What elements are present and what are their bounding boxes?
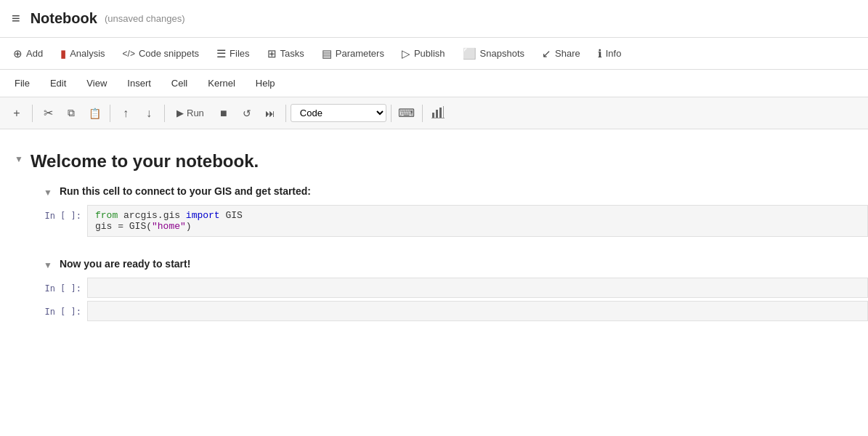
code-plain-3: gis = GIS( — [95, 221, 152, 232]
top-bar: ≡ Notebook (unsaved changes) — [0, 0, 868, 38]
code-cell-3: In [ ]: — [29, 301, 868, 321]
add-icon: ⊕ — [13, 47, 23, 60]
string-home: "home" — [152, 221, 186, 232]
move-up-button[interactable]: ↑ — [115, 102, 137, 124]
code-line-1: from arcgis.gis import GIS — [95, 210, 860, 221]
code-snippets-icon: </> — [123, 49, 135, 59]
tasks-label: Tasks — [280, 48, 304, 59]
menu-kernel[interactable]: Kernel — [199, 75, 244, 92]
code-plain-4: ) — [186, 221, 192, 232]
add-button[interactable]: ⊕ Add — [6, 44, 50, 64]
code-plain-1: arcgis.gis — [123, 210, 186, 221]
cell-2-body[interactable] — [87, 278, 868, 298]
analysis-icon: ▮ — [60, 47, 66, 60]
keyboard-icon: ⌨ — [398, 106, 415, 120]
toolbar-separator-3 — [164, 105, 165, 122]
tasks-button[interactable]: ⊞ Tasks — [260, 44, 312, 64]
analysis-label: Analysis — [70, 48, 105, 59]
code-cell-2: In [ ]: — [29, 278, 868, 298]
toolbar-separator-5 — [391, 105, 392, 122]
info-label: Info — [606, 48, 622, 59]
svg-rect-0 — [432, 113, 434, 118]
subsection-1: ▼ Run this cell to connect to your GIS a… — [29, 179, 868, 321]
subsection-2-title: Now you are ready to start! — [60, 258, 191, 270]
subsection-1-header: ▼ Run this cell to connect to your GIS a… — [29, 179, 868, 203]
menu-view[interactable]: View — [78, 75, 115, 92]
subsection-2-collapse-arrow[interactable]: ▼ — [44, 260, 52, 270]
menu-help[interactable]: Help — [247, 75, 284, 92]
code-cell-1: In [ ]: from arcgis.gis import GIS gis =… — [29, 205, 868, 237]
tasks-icon: ⊞ — [267, 47, 277, 60]
publish-label: Publish — [414, 48, 445, 59]
cell-3-label: In [ ]: — [29, 301, 87, 321]
move-down-button[interactable]: ↓ — [138, 102, 160, 124]
stop-button[interactable]: ■ — [213, 102, 235, 124]
menu-bar: File Edit View Insert Cell Kernel Help — [0, 70, 868, 97]
chart-icon — [431, 105, 445, 121]
chart-button[interactable] — [427, 102, 449, 124]
notebook-title: Notebook — [31, 10, 97, 27]
code-snippets-button[interactable]: </> Code snippets — [115, 44, 206, 62]
cell-2-label: In [ ]: — [29, 278, 87, 298]
svg-rect-4 — [431, 118, 445, 118]
info-icon: ℹ — [598, 47, 602, 60]
action-bar: ⊕ Add ▮ Analysis </> Code snippets ☰ Fil… — [0, 38, 868, 70]
svg-rect-1 — [436, 110, 438, 118]
section-1-title: Welcome to your notebook. — [31, 151, 259, 171]
menu-cell[interactable]: Cell — [163, 75, 196, 92]
subsection-1-collapse-arrow[interactable]: ▼ — [44, 187, 52, 198]
parameters-button[interactable]: ▤ Parameters — [315, 44, 392, 64]
subsection-2-header: ▼ Now you are ready to start! — [29, 251, 868, 276]
cell-type-select[interactable]: Code Markdown Raw NBConvert — [291, 104, 386, 122]
code-line-2: gis = GIS("home") — [95, 221, 860, 232]
hamburger-menu[interactable]: ≡ — [12, 10, 20, 27]
toolbar-separator-6 — [422, 105, 423, 122]
run-button[interactable]: ▶ Run — [169, 105, 211, 121]
add-cell-button[interactable]: + — [6, 102, 28, 124]
unsaved-changes-label: (unsaved changes) — [105, 13, 185, 24]
run-label: Run — [187, 108, 204, 118]
cell-1-body[interactable]: from arcgis.gis import GIS gis = GIS("ho… — [87, 205, 868, 237]
keyword-import: import — [186, 210, 220, 221]
menu-file[interactable]: File — [6, 75, 38, 92]
code-snippets-label: Code snippets — [139, 48, 199, 59]
toolbar-separator-1 — [32, 105, 33, 122]
subsection-1-title: Run this cell to connect to your GIS and… — [60, 185, 311, 197]
cell-1-label: In [ ]: — [29, 205, 87, 237]
publish-button[interactable]: ▷ Publish — [394, 44, 453, 64]
run-icon: ▶ — [177, 108, 184, 118]
info-button[interactable]: ℹ Info — [591, 44, 629, 64]
files-label: Files — [230, 48, 249, 59]
toolbar-separator-2 — [110, 105, 110, 122]
paste-button[interactable]: 📋 — [84, 102, 105, 124]
toolbar-separator-4 — [285, 105, 286, 122]
notebook-toolbar: + ✂ ⧉ 📋 ↑ ↓ ▶ Run ■ ↺ ⏭ Code Markdown Ra… — [0, 97, 868, 129]
menu-edit[interactable]: Edit — [41, 75, 75, 92]
restart-button[interactable]: ↺ — [236, 102, 258, 124]
keyboard-shortcuts-button[interactable]: ⌨ — [396, 102, 418, 124]
cell-3-body[interactable] — [87, 301, 868, 321]
section-1-collapse-arrow[interactable]: ▼ — [15, 154, 23, 164]
share-label: Share — [555, 48, 580, 59]
snapshots-button[interactable]: ⬜ Snapshots — [455, 44, 532, 64]
snapshots-icon: ⬜ — [463, 47, 476, 60]
files-button[interactable]: ☰ Files — [209, 44, 256, 64]
parameters-icon: ▤ — [322, 47, 332, 60]
section-1-header: ▼ Welcome to your notebook. — [0, 144, 868, 179]
share-icon: ↙ — [542, 47, 551, 60]
svg-rect-3 — [443, 106, 444, 118]
notebook-content: ▼ Welcome to your notebook. ▼ Run this c… — [0, 129, 868, 337]
code-plain-2: GIS — [225, 210, 242, 221]
add-label: Add — [26, 48, 43, 59]
analysis-button[interactable]: ▮ Analysis — [53, 44, 112, 64]
publish-icon: ▷ — [402, 47, 410, 60]
parameters-label: Parameters — [336, 48, 384, 59]
cut-button[interactable]: ✂ — [37, 102, 59, 124]
keyword-from: from — [95, 210, 118, 221]
run-all-button[interactable]: ⏭ — [259, 102, 281, 124]
snapshots-label: Snapshots — [480, 48, 524, 59]
share-button[interactable]: ↙ Share — [535, 44, 588, 64]
files-icon: ☰ — [216, 47, 226, 60]
copy-button[interactable]: ⧉ — [60, 102, 82, 124]
menu-insert[interactable]: Insert — [118, 75, 160, 92]
